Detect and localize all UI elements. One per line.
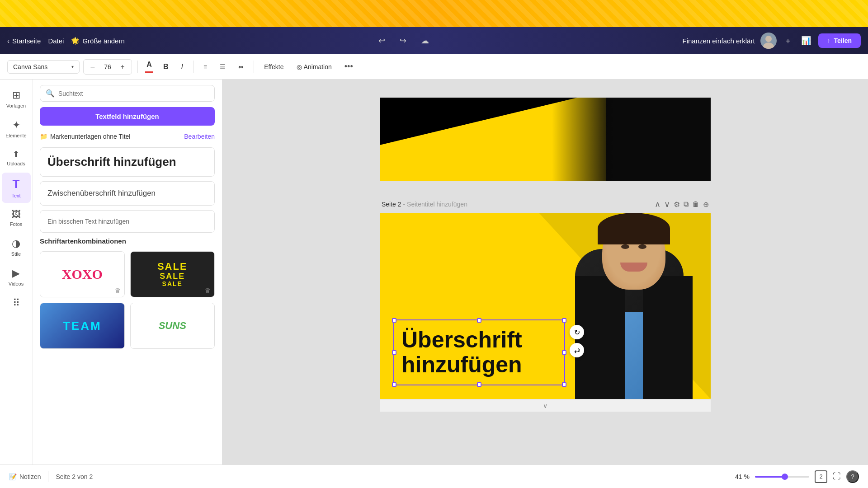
edit-brand-button[interactable]: Bearbeiten [184,133,215,140]
crown-icon-sale: ♛ [205,287,211,294]
share-button[interactable]: ↑ Teilen [818,33,861,48]
brand-label: 📁 Markenunterlagen ohne Titel [40,133,130,140]
list-button[interactable]: ☰ [215,61,230,73]
handle-bottom-left[interactable] [392,382,396,387]
stats-button[interactable]: 📊 [799,34,813,47]
font-combos-grid: XOXO ♛ SALE SALE SALE ♛ [40,251,215,349]
increase-size-button[interactable]: + [117,61,128,72]
effects-button[interactable]: Effekte [259,61,288,73]
sidebar-item-videos[interactable]: ▶ Videos [2,263,31,291]
effects-label: Effekte [264,63,283,70]
notes-button[interactable]: 📝 Notizen [9,473,41,480]
home-button[interactable]: ‹ Startseite [7,37,41,45]
font-combo-sale[interactable]: SALE SALE SALE ♛ [130,251,215,297]
search-box[interactable]: 🔍 [40,85,215,102]
animation-button[interactable]: ◎ Animation [292,61,336,73]
heading-body-option[interactable]: Ein bisschen Text hinzufügen [40,210,215,233]
sidebar-item-stile[interactable]: ◑ Stile [2,233,31,261]
page2-copy-settings-button[interactable]: ⚙ [674,200,680,209]
notes-icon: 📝 [9,473,17,480]
font-combo-xoxo[interactable]: XOXO ♛ [40,251,125,297]
combo-sale-line1: SALE [157,261,188,272]
handle-top-right[interactable] [562,318,566,323]
page2-scroll-down-button[interactable]: ∨ [543,402,547,409]
page-count-badge[interactable]: 2 [815,470,827,483]
help-label: ? [851,473,854,480]
page2-delete-button[interactable]: 🗑 [692,200,699,208]
back-arrow-icon: ‹ [7,37,9,45]
bottom-bar: 📝 Notizen Seite 2 von 2 41 % 2 ⛶ ? [0,465,868,488]
font-combo-sun[interactable]: SUNS [130,303,215,349]
redo-button[interactable]: ↪ [398,34,408,47]
sidebar-item-vorlagen[interactable]: ⊞ Vorlagen [2,85,31,113]
sidebar-container: ⊞ Vorlagen ✦ Elemente ⬆ Uploads T Text 🖼… [0,80,222,488]
letter-spacing-button[interactable]: ⇔ [234,61,248,73]
sidebar-item-uploads[interactable]: ⬆ Uploads [2,145,31,171]
handle-mid-left[interactable] [392,350,396,355]
add-textfield-button[interactable]: Textfeld hinzufügen [40,107,215,126]
selected-text-box[interactable]: Überschrifthinzufügen ↻ [393,319,565,385]
add-user-button[interactable]: ＋ [782,33,794,48]
decrease-size-button[interactable]: – [87,61,98,72]
sidebar-item-elemente[interactable]: ✦ Elemente [2,115,31,143]
text-box-actions: ↻ ⇄ [570,325,584,357]
cloud-save-button[interactable]: ☁ [419,34,431,47]
fullscreen-button[interactable]: ⛶ [833,472,841,481]
file-button[interactable]: Datei [48,37,64,45]
help-button[interactable]: ? [846,470,859,483]
text-color-button[interactable]: A [143,59,155,75]
combo-sun-text: SUNS [159,320,186,332]
page2-canvas[interactable]: Überschrifthinzufügen ↻ [380,213,711,399]
refresh-button[interactable]: ↻ [570,325,584,339]
search-input[interactable] [58,90,209,97]
handle-mid-right[interactable] [562,350,566,355]
page2-expand-down-button[interactable]: ∨ [664,199,670,209]
heading-body-text: Ein bisschen Text hinzufügen [47,218,207,225]
combo-xoxo-text: XOXO [62,267,103,282]
zoom-slider-handle[interactable] [782,474,788,480]
heading-large-option[interactable]: Überschrift hinzufügen [40,147,215,177]
combo-xoxo-preview: XOXO [40,252,124,297]
page2-expand-up-button[interactable]: ∧ [655,199,660,209]
align-button[interactable]: ≡ [199,61,212,73]
page-count: 2 [819,473,822,480]
sync-button[interactable]: ⇄ [570,343,584,357]
text-icon: T [13,177,20,191]
sidebar-item-fotos[interactable]: 🖼 Fotos [2,205,31,231]
zoom-slider[interactable] [755,476,809,478]
vorlagen-label: Vorlagen [6,103,26,108]
top-bar-right: Finanzen einfach erklärt ＋ 📊 ↑ Teilen [682,33,861,49]
text-box-content[interactable]: Überschrifthinzufügen [401,328,557,377]
font-name-label: Canva Sans [13,63,47,70]
sidebar-item-pattern[interactable]: ⠿ [2,293,31,314]
font-combo-team[interactable]: TEAM [40,303,125,349]
sidebar-item-text[interactable]: T Text [2,173,31,203]
italic-button[interactable]: I [177,60,188,74]
size-label: Größe ändern [82,37,124,45]
handle-bottom-mid[interactable] [477,382,481,387]
page2-more-button[interactable]: ⊕ [703,200,709,209]
zoom-controls: 41 % 2 ⛶ ? [735,470,859,483]
page2-duplicate-button[interactable]: ⧉ [684,200,689,208]
canvas-area: ✓ Streben ✓ Verstehen › [222,80,868,488]
heading-large-text: Überschrift hinzufügen [47,155,207,169]
size-change-button[interactable]: 🌟 Größe ändern [71,37,124,45]
top-bar: ‹ Startseite Datei 🌟 Größe ändern ↩ ↪ ☁ … [0,27,868,54]
page2-actions: ∧ ∨ ⚙ ⧉ 🗑 ⊕ [655,199,709,209]
font-family-selector[interactable]: Canva Sans ▾ [7,60,80,74]
bold-button[interactable]: B [159,60,173,74]
undo-button[interactable]: ↩ [377,34,387,47]
formatting-toolbar: Canva Sans ▾ – 76 + A B I ≡ ☰ ⇔ Effekte … [0,54,868,80]
fotos-icon: 🖼 [12,209,21,220]
vorlagen-icon: ⊞ [12,89,20,101]
pattern-icon: ⠿ [13,297,20,309]
person2-face [613,244,654,263]
heading-sub-option[interactable]: Zwischenüberschrift hinzufügen [40,181,215,206]
text-panel: 🔍 Textfeld hinzufügen 📁 Markenunterlagen… [33,80,222,488]
handle-top-left[interactable] [392,318,396,323]
handle-bottom-right[interactable] [562,382,566,387]
size-icon: 🌟 [71,37,80,45]
stile-label: Stile [11,251,21,257]
more-options-button[interactable]: ••• [340,59,358,74]
handle-top-mid[interactable] [477,318,481,323]
